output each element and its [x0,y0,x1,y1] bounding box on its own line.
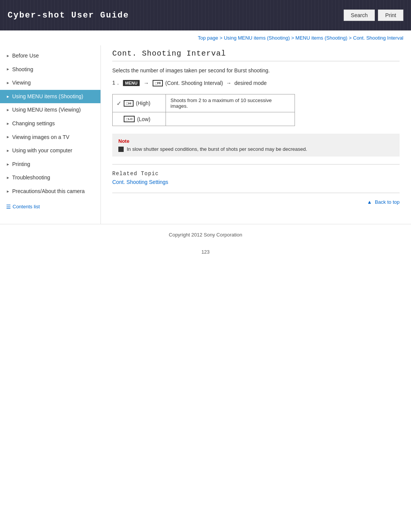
note-bullet-icon [118,147,124,152]
note-box: Note In slow shutter speed conditions, t… [112,134,400,157]
section-divider-2 [112,193,400,193]
page-number: 123 [0,245,411,259]
sidebar-label-printing: Printing [12,161,30,168]
sidebar-item-viewing[interactable]: ► Viewing [0,76,100,90]
sidebar-item-precautions[interactable]: ► Precautions/About this camera [0,185,100,198]
sidebar-label-precautions: Precautions/About this camera [12,188,85,195]
sidebar-item-printing[interactable]: ► Printing [0,158,100,171]
breadcrumb-sep-3: > [349,35,353,41]
option-row-high: ✓ □HI (High) Shoots from 2 to a maximum … [113,94,295,112]
sidebar-arrow-using-menu-shooting: ► [6,94,10,99]
footer: Copyright 2012 Sony Corporation [0,224,411,245]
arrow-icon-1: → [143,80,149,86]
sidebar-label-using-menu-viewing: Using MENU items (Viewing) [12,106,81,114]
sidebar-arrow-using-with-computer: ► [6,148,10,153]
option-desc-high-text: Shoots from 2 to a maximum of 10 success… [170,97,290,109]
sidebar-arrow-shooting: ► [6,67,10,72]
note-text: In slow shutter speed conditions, the bu… [127,146,307,152]
menu-icon: MENU [123,80,140,86]
sidebar-arrow-using-menu-viewing: ► [6,107,10,113]
check-icon-high: ✓ [116,100,121,107]
breadcrumb-link-menu-items-shooting[interactable]: MENU items (Shooting) [295,35,347,41]
breadcrumb-link-cont-shooting[interactable]: Cont. Shooting Interval [353,35,403,41]
sidebar-label-changing-settings: Changing settings [12,120,55,128]
option-icon-low: ✓ □LO (Low) [113,112,166,126]
app-title: Cyber-shot User Guide [8,11,129,20]
contents-list-link[interactable]: ☰ Contents list [0,200,100,214]
sidebar-label-before-use: Before Use [12,52,39,60]
sidebar-item-using-menu-viewing[interactable]: ► Using MENU items (Viewing) [0,103,100,117]
sidebar-label-using-with-computer: Using with your computer [12,147,72,155]
sidebar-arrow-viewing: ► [6,80,10,86]
sidebar-item-before-use[interactable]: ► Before Use [0,49,100,63]
sidebar-item-viewing-on-tv[interactable]: ► Viewing images on a TV [0,131,100,144]
breadcrumb-link-top[interactable]: Top page [198,35,218,41]
breadcrumb-link-using-menu-shooting[interactable]: Using MENU items (Shooting) [224,35,290,41]
sidebar-arrow-changing-settings: ► [6,121,10,126]
mode-label-low: (Low) [137,116,150,122]
copyright-text: Copyright 2012 Sony Corporation [169,232,242,238]
breadcrumb-sep-2: > [291,35,295,41]
arrow-icon-2: → [226,80,231,86]
back-to-top-icon: ▲ [367,199,372,205]
contents-list-label: Contents list [13,204,40,209]
header-buttons: Search Print [344,10,403,21]
related-topic: Related Topic Cont. Shooting Settings [112,171,400,185]
sidebar-label-shooting: Shooting [12,66,33,73]
breadcrumb: Top page > Using MENU items (Shooting) >… [0,30,411,45]
header: Cyber-shot User Guide Search Print [0,0,411,30]
print-button[interactable]: Print [378,10,403,21]
interval-label: (Cont. Shooting Interval) [165,80,223,86]
main-layout: ► Before Use ► Shooting ► Viewing ► Usin… [0,45,411,224]
sidebar-item-using-with-computer[interactable]: ► Using with your computer [0,144,100,158]
option-desc-low [166,112,295,126]
contents-list-icon: ☰ [6,204,11,210]
cam-icon-hi: □HI [153,80,163,86]
sidebar-label-using-menu-shooting: Using MENU items (Shooting) [12,93,83,101]
sidebar: ► Before Use ► Shooting ► Viewing ► Usin… [0,45,101,224]
section-divider [112,164,400,165]
desired-mode-label: desired mode [234,80,267,86]
sidebar-item-troubleshooting[interactable]: ► Troubleshooting [0,171,100,185]
related-topic-link[interactable]: Cont. Shooting Settings [112,179,168,185]
sidebar-arrow-before-use: ► [6,53,10,59]
option-icon-high: ✓ □HI (High) [113,94,166,112]
sidebar-arrow-troubleshooting: ► [6,175,10,181]
note-title: Note [118,138,393,144]
sidebar-arrow-viewing-on-tv: ► [6,134,10,140]
sidebar-label-viewing-on-tv: Viewing images on a TV [12,134,69,141]
sidebar-item-using-menu-shooting[interactable]: ► Using MENU items (Shooting) [0,90,100,104]
page-title: Cont. Shooting Interval [112,49,400,61]
content-area: Cont. Shooting Interval Selects the numb… [101,45,411,224]
description-text: Selects the number of images taken per s… [112,67,400,73]
breadcrumb-sep-1: > [220,35,224,41]
sidebar-arrow-precautions: ► [6,189,10,194]
back-to-top-label: Back to top [375,199,400,205]
sidebar-item-shooting[interactable]: ► Shooting [0,63,100,77]
back-to-top[interactable]: ▲ Back to top [112,199,400,212]
instruction-step: 1． MENU → □HI (Cont. Shooting Interval) … [112,80,400,86]
mode-icon-high: □HI [124,100,134,107]
option-desc-high: Shoots from 2 to a maximum of 10 success… [166,94,295,112]
option-row-low: ✓ □LO (Low) [113,112,295,126]
options-table: ✓ □HI (High) Shoots from 2 to a maximum … [112,94,295,126]
note-content: In slow shutter speed conditions, the bu… [118,146,393,152]
search-button[interactable]: Search [344,10,375,21]
mode-icon-low: □LO [124,116,135,122]
mode-label-high: (High) [136,100,150,106]
sidebar-label-viewing: Viewing [12,79,31,87]
related-topic-title: Related Topic [112,171,400,177]
sidebar-arrow-printing: ► [6,162,10,167]
sidebar-item-changing-settings[interactable]: ► Changing settings [0,117,100,131]
step-number: 1． [112,80,121,86]
sidebar-label-troubleshooting: Troubleshooting [12,174,50,182]
